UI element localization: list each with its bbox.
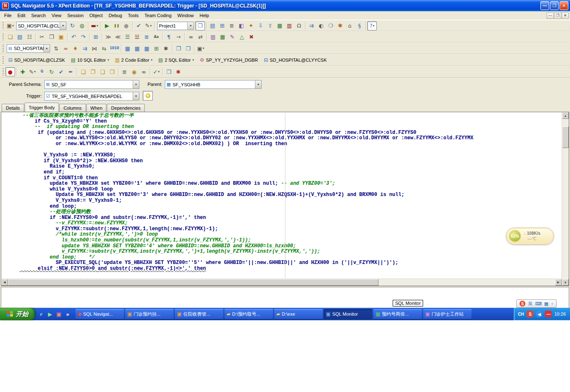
scroll-down-arrow[interactable]: ▼ <box>562 279 569 286</box>
taskbar-button[interactable]: ▣住院收费管... <box>175 309 223 319</box>
dropdown-arrow-icon[interactable]: ▼ <box>255 80 261 88</box>
lamp-button[interactable]: ◉ <box>129 67 139 76</box>
apply-check-button[interactable]: ✓▾ <box>151 67 161 76</box>
mdi-restore-button[interactable]: ❐ <box>554 13 561 19</box>
menu-session[interactable]: Session <box>64 12 86 19</box>
vertical-scrollbar[interactable]: ▲ ▼ <box>562 112 569 286</box>
syntax-check-button[interactable]: ✔ <box>134 21 144 30</box>
profiler-button[interactable]: ◐ <box>316 21 326 30</box>
export-table-button[interactable]: ⇧ <box>265 21 275 30</box>
show-special-chars-button[interactable]: ¶ <box>164 33 174 42</box>
window-new-button[interactable]: ❒ <box>183 44 193 53</box>
code-road-map-button[interactable]: ⇉ <box>307 21 316 30</box>
options-button[interactable]: § <box>355 21 364 30</box>
sql-preview-button[interactable]: ✒ <box>66 67 76 76</box>
net-speed-widget[interactable]: 51% ↓ 108K/s —℃ <box>506 228 554 244</box>
schema-combo[interactable]: ⊟SD_HOSPITAL▼ <box>7 44 50 53</box>
select-to-grid-button[interactable]: ⊞ <box>91 33 101 42</box>
menu-help[interactable]: Help <box>197 12 212 19</box>
redo-button[interactable]: ↷ <box>78 33 88 42</box>
memory-ball-icon[interactable]: 51% <box>509 230 521 242</box>
detach-window-button[interactable]: ❒ <box>164 67 174 76</box>
group-by-button[interactable]: G <box>37 67 47 76</box>
project-manager-button[interactable]: ❒ <box>195 21 205 30</box>
tray-sogou[interactable]: S <box>527 311 533 317</box>
code-assistant-button[interactable]: ✎ <box>227 33 237 42</box>
paste-object-button[interactable]: ❐ <box>88 67 98 76</box>
chart-xy-button[interactable]: ≈ <box>61 44 71 53</box>
tray-hidden-icons-chevron[interactable]: ◀ <box>536 311 542 317</box>
menu-team-coding[interactable]: Team Coding <box>141 12 174 19</box>
dropdown-arrow-icon[interactable]: ▼ <box>133 80 139 88</box>
sogou-ime-bar[interactable]: S 英⌨▦↑ <box>516 299 557 308</box>
tray-language-ch[interactable]: CH <box>517 311 524 317</box>
find-objects-button[interactable]: ⊞ <box>217 21 227 30</box>
find-in-object-button[interactable]: ∞ <box>139 67 149 76</box>
explain-plan-button[interactable]: △ <box>237 33 247 42</box>
join-designer-button[interactable]: ⋈ <box>90 44 99 53</box>
grid-view-3-button[interactable]: ▦ <box>142 44 151 53</box>
dropdown-arrow-icon[interactable]: ▾ <box>151 58 153 62</box>
menu-view[interactable]: View <box>49 12 65 19</box>
tab-trigger-body[interactable]: Trigger Body <box>25 103 59 112</box>
scroll-left-arrow[interactable]: ◀ <box>1 279 8 286</box>
execute-run-button[interactable]: ▶ <box>102 21 112 30</box>
tab-when[interactable]: When <box>86 104 107 112</box>
grid-settings-button[interactable]: ✱ <box>161 44 171 53</box>
close-button[interactable]: ✕ <box>560 1 568 10</box>
find-button[interactable]: ∞ <box>186 33 196 42</box>
db-navigator-button[interactable]: ▤ <box>208 21 217 30</box>
debug-bug-button[interactable]: ✱ <box>174 67 183 76</box>
print-button[interactable]: ☷ <box>25 33 34 42</box>
session-button[interactable]: ▤2 SQL Editor▾ <box>156 56 196 64</box>
dropdown-arrow-icon[interactable]: ▼ <box>60 22 66 30</box>
project-combo[interactable]: Project1▼ <box>157 22 194 30</box>
ime-toolbox[interactable]: ▦ <box>544 301 548 307</box>
taskbar-button[interactable]: ▣门诊预约挂... <box>125 309 174 319</box>
snapshot-button[interactable]: ▣▾ <box>196 44 205 53</box>
parent-combo[interactable]: ▦ SF_YSGHHB ▼ <box>165 80 262 89</box>
binary-data-button[interactable]: 1010 <box>109 44 120 53</box>
alerts-button[interactable]: ♦ <box>71 44 80 53</box>
start-button[interactable]: 开始 <box>0 308 35 320</box>
sogou-logo-icon[interactable]: S <box>520 301 525 307</box>
dropdown-arrow-icon[interactable]: ▼ <box>43 45 50 52</box>
dependencies-arrows-button[interactable]: ⇉ <box>80 44 90 53</box>
duplicate-object-button[interactable]: ❑ <box>98 67 107 76</box>
session-button[interactable]: ⊟SD_HOSPITAL@CLZSK <box>6 56 68 64</box>
insert-item-button[interactable]: ✚ <box>18 67 28 76</box>
parent-schema-combo[interactable]: ⊞ SD_SF ▼ <box>44 80 139 89</box>
code-analysis-button[interactable]: ✎▾ <box>144 21 153 30</box>
grid-add-button[interactable]: ⊞ <box>151 44 161 53</box>
taskbar-clock[interactable]: 10:26 <box>554 312 566 317</box>
session-button[interactable]: ⊟SD_HOSPITAL@CLYYCSK <box>261 56 329 64</box>
cut-button[interactable]: ✂ <box>37 33 47 42</box>
object-palette-button[interactable]: ▦ <box>218 33 227 42</box>
ime-collapse[interactable]: ↑ <box>551 301 554 306</box>
help-button[interactable]: ?▾ <box>367 21 377 30</box>
replace-button[interactable]: ⇄ <box>196 33 205 42</box>
edit-item-button[interactable]: ✎▾ <box>28 67 37 76</box>
refresh-object-button[interactable]: ↻ <box>47 67 56 76</box>
quick-browse-button[interactable]: ▦ <box>275 21 285 30</box>
format-code-button[interactable]: ≣ <box>142 33 151 42</box>
grid-view-2-button[interactable]: ▦ <box>132 44 142 53</box>
restore-button[interactable]: ❐ <box>550 1 559 10</box>
taskbar-button[interactable]: ▦预约号两倍... <box>373 309 422 319</box>
copy-button[interactable]: ❐ <box>47 33 56 42</box>
ime-keyboard[interactable]: ⌨ <box>535 301 542 307</box>
taskbar-button[interactable]: ◆SQL Navigat... <box>76 309 124 319</box>
session-combo[interactable]: SD_HOSPITAL@CLZSK(1▼ <box>16 22 66 30</box>
open-session-button[interactable]: ▣▾ <box>5 21 15 30</box>
stop-button[interactable]: ● <box>121 21 131 30</box>
menu-tools[interactable]: Tools <box>125 12 142 19</box>
code-templates-button[interactable]: ▥ <box>208 33 218 42</box>
home-button[interactable]: ⌂ <box>345 21 355 30</box>
session-button[interactable]: ▥2 Code Editor▾ <box>112 56 155 64</box>
menu-file[interactable]: File <box>1 12 15 19</box>
spool-output-button[interactable]: ▬▾ <box>90 21 99 30</box>
report-button[interactable]: ▥ <box>285 21 294 30</box>
paste-button[interactable]: ▣ <box>56 33 66 42</box>
vertical-scroll-track[interactable] <box>562 119 569 279</box>
vertical-scroll-thumb[interactable] <box>562 126 569 148</box>
